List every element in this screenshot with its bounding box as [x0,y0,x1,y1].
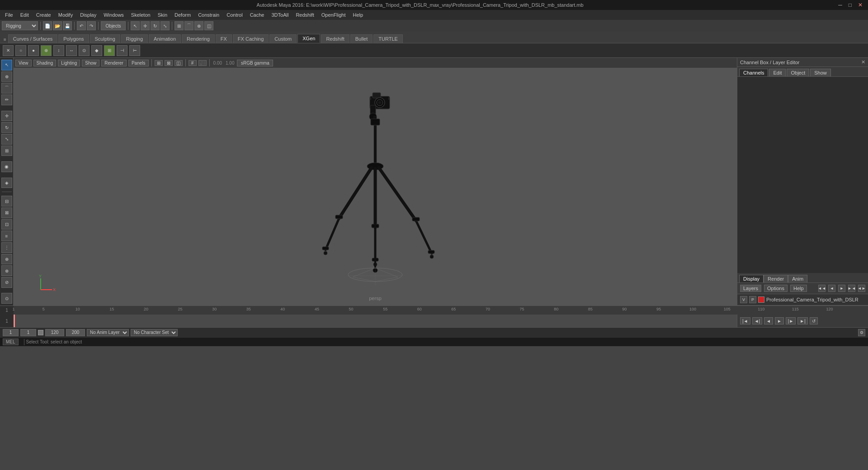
vp-cam[interactable]: 🎥 [198,60,207,66]
scale-btn[interactable]: ⤡ [160,21,170,30]
layer-nav-play[interactable]: ► [838,285,845,292]
undo-btn[interactable]: ↶ [77,21,86,30]
snap-grid[interactable]: ⊞ [175,21,184,30]
mel-indicator[interactable]: MEL [3,338,19,345]
maximize-button[interactable]: □ [847,2,854,8]
menu-help[interactable]: Help [350,11,367,19]
layer-color-swatch[interactable] [758,296,764,303]
universal-tool[interactable]: ⊞ [1,146,12,156]
paint-select-tool[interactable]: ⊕ [1,71,12,82]
shelf-bezier-curve[interactable]: ⊕ [41,45,52,56]
tab-object[interactable]: Object [787,69,809,76]
tab-render[interactable]: Render [764,275,788,282]
tab-show[interactable]: Show [810,69,831,76]
renderer-menu[interactable]: Renderer [101,60,127,66]
help-tab[interactable]: Help [790,285,807,292]
shelf-tab-fx-caching[interactable]: FX Caching [233,34,269,43]
menu-cache[interactable]: Cache [247,11,268,19]
vp-icon3[interactable]: ◫ [175,60,183,66]
mode-select[interactable]: Rigging [2,21,38,30]
shading-menu[interactable]: Shading [33,60,57,66]
tab-anim[interactable]: Anim [788,275,807,282]
scale-tool[interactable]: ⤡ [1,134,12,145]
shelf-nurbs-sphere[interactable]: ⊞ [104,45,115,56]
menu-windows[interactable]: Windows [100,11,127,19]
layer-tool6[interactable]: ⊕ [1,254,12,265]
new-file-btn[interactable]: 📄 [43,21,52,30]
shelf-select-icon[interactable]: ✕ [3,45,14,56]
shelf-tab-rendering[interactable]: Rendering [182,34,215,43]
layer-nav-next[interactable]: ►◄ [848,285,855,292]
layer-nav-prev[interactable]: ◄ [828,285,835,292]
menu-control[interactable]: Control [223,11,245,19]
menu-redshift[interactable]: Redshift [292,11,317,19]
vp-icon1[interactable]: ⊞ [155,60,163,66]
menu-skeleton[interactable]: Skeleton [128,11,154,19]
select-btn[interactable]: ↖ [131,21,140,30]
shelf-circle[interactable]: ⊙ [79,45,90,56]
play-fwd-btn[interactable]: ► [775,317,784,324]
menu-constrain[interactable]: Constrain [195,11,222,19]
redo-btn[interactable]: ↷ [87,21,96,30]
rotate-btn[interactable]: ↻ [151,21,160,30]
layer-tool7[interactable]: ⊗ [1,265,12,276]
step-back-btn[interactable]: ◄| [752,317,763,324]
paint-tool[interactable]: ✏ [1,94,12,105]
go-end-btn[interactable]: ►| [797,317,808,324]
options-tab[interactable]: Options [764,285,788,292]
tab-edit[interactable]: Edit [769,69,786,76]
frame-current-input[interactable]: 1 [20,329,36,336]
frame-start-input[interactable]: 1 [3,329,19,336]
vp-grid[interactable]: # [189,60,197,66]
snap-curve[interactable]: ⌒ [184,21,193,30]
go-start-btn[interactable]: |◄ [740,317,750,324]
layer-tool5[interactable]: ⋮ [1,242,12,253]
shelf-tab-xgen[interactable]: XGen [297,34,320,43]
layers-tab[interactable]: Layers [740,285,761,292]
time-ruler-ticks[interactable]: 1 5 10 15 20 25 30 35 40 45 50 55 60 65 … [14,306,868,315]
shelf-square[interactable]: ◆ [91,45,102,56]
shelf-tab-animation[interactable]: Animation [149,34,181,43]
shelf-tab-sculpting[interactable]: Sculpting [90,34,120,43]
save-file-btn[interactable]: 💾 [63,21,72,30]
preferences-btn[interactable]: ⚙ [858,329,865,336]
shelf-extrude[interactable]: ⊢ [129,45,140,56]
shelf-tab-rigging[interactable]: Rigging [121,34,148,43]
open-file-btn[interactable]: 📂 [53,21,62,30]
layer-extra[interactable]: ⊙ [1,293,12,304]
select-tool[interactable]: ↖ [1,60,12,70]
layer-tool4[interactable]: ≡ [1,230,12,241]
layer-nav-last[interactable]: ◄► [858,285,865,292]
menu-display[interactable]: Display [77,11,99,19]
shelf-menu-btn[interactable]: ≡ [2,36,8,43]
layer-tool8[interactable]: ⊘ [1,277,12,288]
move-btn[interactable]: ✛ [141,21,150,30]
shelf-cv-curve[interactable]: ○ [15,45,26,56]
anim-layer-select[interactable]: No Anim Layer [87,329,129,336]
shelf-ep-curve[interactable]: ● [28,45,39,56]
snap-point[interactable]: ⊕ [194,21,203,30]
move-tool[interactable]: ✛ [1,111,12,122]
menu-skin[interactable]: Skin [155,11,170,19]
timeline-bar[interactable] [14,315,737,327]
layer-playback-btn[interactable]: P [749,296,756,303]
lighting-menu[interactable]: Lighting [58,60,80,66]
range-end-input[interactable]: 200 [66,329,85,336]
tab-display[interactable]: Display [739,275,764,282]
minimize-button[interactable]: ─ [836,2,844,8]
menu-file[interactable]: File [2,11,16,19]
snap-view[interactable]: ◫ [204,21,213,30]
layer-tool2[interactable]: ⊠ [1,207,12,218]
show-manipulator[interactable]: ◈ [1,178,12,188]
panel-close-icon[interactable]: ✕ [861,59,865,65]
shelf-pencil-curve[interactable]: ↕ [53,45,64,56]
lasso-tool[interactable]: ⌒ [1,83,12,94]
menu-openflight[interactable]: OpenFlight [318,11,349,19]
frame-end-input[interactable]: 120 [45,329,64,336]
menu-3dtoall[interactable]: 3DToAll [268,11,292,19]
shelf-loft[interactable]: ⊣ [117,45,127,56]
rotate-tool[interactable]: ↻ [1,122,12,133]
view-menu[interactable]: View [15,60,32,66]
shelf-tab-curves-/-surfaces[interactable]: Curves / Surfaces [8,34,57,43]
show-menu[interactable]: Show [82,60,99,66]
